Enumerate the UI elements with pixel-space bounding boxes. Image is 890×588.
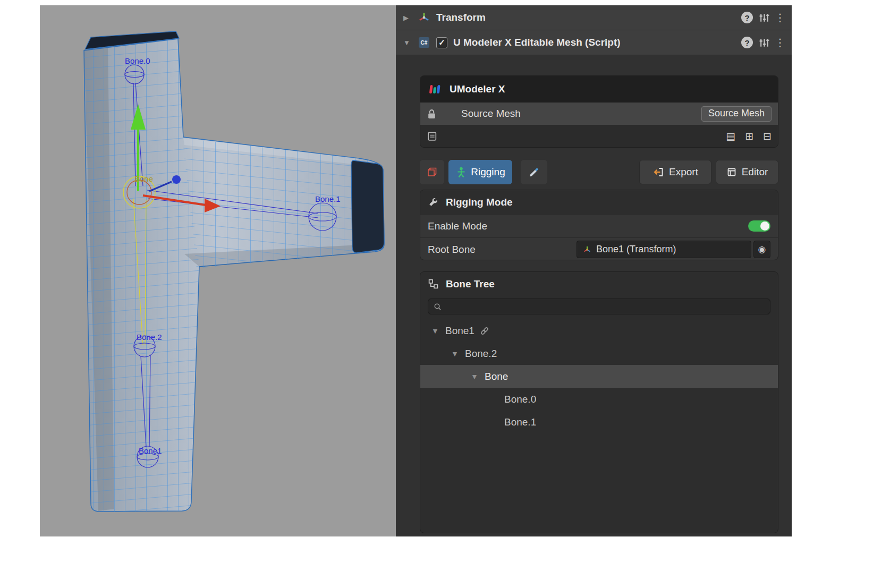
foldout-expanded-icon[interactable]: ▼	[430, 327, 440, 335]
svg-text:C#: C#	[421, 40, 428, 46]
enable-mode-toggle[interactable]	[748, 220, 770, 232]
root-bone-label: Root Bone	[428, 244, 577, 255]
bone-tree-box: Bone Tree ▼ Bone1	[420, 271, 778, 533]
page: Bone.0 Bone Bone.1 Bone.2 Bone1 ▶ Transf…	[0, 0, 890, 588]
enable-mode-label: Enable Mode	[428, 220, 577, 232]
bone-label-bone[interactable]: Bone	[134, 174, 153, 183]
tree-item-label: Bone1	[445, 325, 474, 337]
source-mesh-object-field[interactable]: Source Mesh	[701, 106, 772, 122]
umodeler-logo-icon	[428, 83, 443, 96]
source-mesh-row: Source Mesh Source Mesh	[420, 103, 778, 125]
component-enabled-checkbox[interactable]: ✓	[436, 37, 447, 48]
tree-row-bone2[interactable]: ▼ Bone.2	[420, 342, 778, 365]
foldout-expanded-icon[interactable]: ▼	[469, 372, 480, 381]
tab-paint[interactable]	[521, 160, 547, 184]
gizmo-z-handle	[172, 175, 181, 184]
root-bone-row: Root Bone Bone1 (Transform) ◉	[420, 237, 778, 260]
component-card-icon[interactable]	[427, 131, 438, 142]
tree-row-bone-selected[interactable]: ▼ Bone	[420, 365, 778, 388]
transform-component-header[interactable]: ▶ Transform ? ⋮	[396, 5, 792, 30]
kebab-menu-icon[interactable]: ⋮	[776, 11, 784, 24]
search-icon	[433, 302, 442, 311]
component-title: U Modeler X Editable Mesh (Script)	[453, 37, 621, 48]
root-bone-object-field[interactable]: Bone1 (Transform)	[577, 241, 751, 258]
tree-item-label: Bone	[485, 371, 508, 382]
list-view-icon[interactable]: ▤	[726, 130, 735, 142]
foldout-expanded-icon[interactable]: ▼	[403, 39, 412, 47]
umodeler-title-row: UModeler X	[420, 76, 778, 103]
tree-item-label: Bone.1	[504, 416, 536, 428]
component-title: Transform	[436, 12, 486, 23]
bone-tree-list: ▼ Bone1 ▼ Bone.2 ▼ Bone	[420, 319, 778, 433]
enable-mode-row: Enable Mode	[420, 214, 778, 237]
tab-rigging[interactable]: Rigging	[448, 160, 512, 184]
foldout-collapsed-icon[interactable]: ▶	[403, 14, 412, 22]
t-joint-mesh	[72, 29, 391, 515]
source-mesh-label: Source Mesh	[461, 108, 521, 120]
mesh-3d-scene	[40, 5, 396, 536]
object-picker-icon[interactable]: ◉	[753, 241, 770, 258]
editor-button[interactable]: Editor	[716, 160, 778, 184]
csharp-script-icon: C#	[418, 36, 430, 49]
help-icon[interactable]: ?	[741, 37, 753, 48]
lock-icon[interactable]	[427, 108, 437, 120]
help-icon[interactable]: ?	[741, 12, 753, 23]
foldout-expanded-icon[interactable]: ▼	[450, 350, 460, 358]
bone-tree-header: Bone Tree	[420, 272, 778, 296]
scene-viewport[interactable]: Bone.0 Bone Bone.1 Bone.2 Bone1	[40, 5, 396, 536]
skeleton-icon	[455, 166, 467, 178]
tab-rigging-label: Rigging	[471, 166, 505, 178]
bone-label-bone1-bottom[interactable]: Bone1	[139, 446, 162, 455]
tree-item-label: Bone.0	[504, 394, 536, 405]
presets-icon[interactable]	[759, 12, 770, 23]
rigging-mode-box: Rigging Mode Enable Mode Root Bone Bone1…	[420, 190, 778, 260]
kebab-menu-icon[interactable]: ⋮	[776, 36, 784, 49]
presets-icon[interactable]	[759, 37, 770, 48]
component-body: UModeler X Source Mesh Source Mesh ▤ ⊞	[396, 55, 792, 536]
rigging-mode-header: Rigging Mode	[420, 190, 778, 214]
transform-axes-icon	[582, 245, 592, 254]
wrench-icon	[428, 197, 439, 208]
hierarchy-tree-icon	[428, 278, 439, 289]
tree-item-label: Bone.2	[465, 348, 497, 360]
transform-icon	[418, 11, 430, 24]
export-button[interactable]: Export	[639, 160, 711, 184]
tree-row-bone0[interactable]: Bone.0	[420, 388, 778, 411]
bone-tree-title: Bone Tree	[446, 278, 495, 290]
search-input[interactable]	[446, 301, 765, 312]
editor-window-icon	[726, 167, 737, 177]
umodeler-title: UModeler X	[450, 83, 505, 95]
bone-label-bone2[interactable]: Bone.2	[137, 333, 162, 342]
editor-label: Editor	[742, 166, 768, 178]
brush-icon	[528, 166, 540, 178]
tab-modeling[interactable]	[420, 160, 444, 184]
red-cube-icon	[426, 166, 438, 178]
rigging-mode-title: Rigging Mode	[446, 197, 513, 208]
umodeler-component-header[interactable]: ▼ C# ✓ U Modeler X Editable Mesh (Script…	[396, 30, 792, 55]
bone-search-field[interactable]	[428, 299, 770, 314]
mesh-tools-row: ▤ ⊞ ⊟	[420, 125, 778, 147]
export-icon	[652, 166, 664, 178]
remove-icon[interactable]: ⊟	[763, 130, 772, 142]
export-label: Export	[669, 166, 698, 178]
link-icon	[479, 326, 490, 336]
inspector-panel: ▶ Transform ? ⋮ ▼ C# ✓ U Modeler X Edita…	[396, 5, 792, 536]
tree-row-bone1-child[interactable]: Bone.1	[420, 411, 778, 433]
bone-label-bone1-right[interactable]: Bone.1	[315, 194, 341, 203]
root-bone-value: Bone1 (Transform)	[596, 244, 676, 255]
umodeler-x-box: UModeler X Source Mesh Source Mesh ▤ ⊞	[420, 75, 778, 148]
tree-row-bone1[interactable]: ▼ Bone1	[420, 319, 778, 342]
add-icon[interactable]: ⊞	[745, 130, 753, 142]
bone-label-bone0[interactable]: Bone.0	[125, 56, 150, 65]
tool-tabs-row: Rigging Export Editor	[420, 160, 778, 184]
